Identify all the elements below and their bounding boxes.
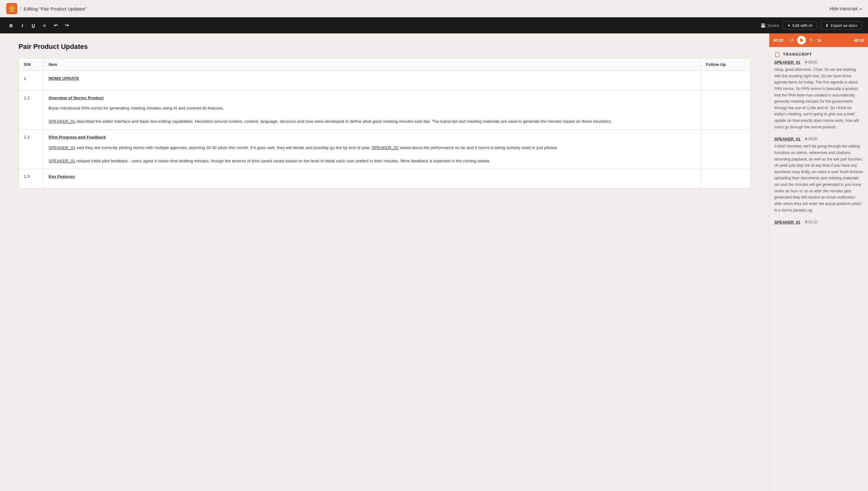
transcript-body[interactable]: SPEAKER_01 00:01 Okay, good afternoon, C… [769,60,868,491]
speaker-link[interactable]: SPEAKER_01 [49,145,75,150]
logo-icon[interactable]: 🍔 [6,3,17,14]
item-title: Overview of Norms Product [49,95,696,102]
cell-item[interactable]: Key Features [44,169,701,188]
timestamp-badge[interactable]: 01:12 [803,220,820,225]
nav-left: 🍔 / Editing "Pair Product Updates" [6,3,87,14]
rewind-button[interactable]: ↺ [789,37,794,43]
table-row: 1.3 Key Features [19,169,751,188]
transcript-segment: SPEAKER_01 00:35 A brief overview, we'll… [774,136,863,213]
player-bar: 00:00 ↺ ↻ 1x 48:32 [769,33,868,47]
timestamp-value: 01:12 [809,220,817,224]
list-button[interactable]: ≡ [39,21,50,30]
edit-with-ai-button[interactable]: ✦ Edit with AI [783,21,817,30]
cell-followup [701,129,751,169]
timestamp-badge[interactable]: 00:01 [803,60,820,65]
speaker-name[interactable]: SPEAKER_01 [774,60,801,65]
editor-area[interactable]: Pair Product Updates S/N Item Follow Up … [0,33,769,491]
item-title: Pilot Progress and Feedback [49,134,696,141]
table-row: 1.1 Overview of Norms Product Bryan intr… [19,90,751,129]
segment-text: A brief overview, we'll be going through… [774,143,863,213]
cell-sn: 1.2 [19,129,44,169]
total-time: 48:32 [854,38,864,43]
underline-button[interactable]: U [28,21,38,30]
timestamp-badge[interactable]: 00:35 [803,136,820,141]
cell-item[interactable]: NOMS UPDATE [44,71,701,90]
timestamp-play-icon [806,61,807,63]
saved-icon: 💾 [761,23,765,28]
segment-header: SPEAKER_01 01:12 [774,220,863,225]
item-title: NOMS UPDATE [49,75,696,82]
item-para-2: SPEAKER_01 relayed initial pilot feedbac… [49,158,696,165]
segment-header: SPEAKER_01 00:35 [774,136,863,141]
transcript-segment: SPEAKER_01 01:12 [774,220,863,225]
transcript-header: 📋 TRANSCRIPT [769,47,868,60]
minutes-table: S/N Item Follow Up 1 NOMS UPDATE 1.1 [19,58,751,188]
timestamp-play-icon [806,221,807,223]
table-row: 1.2 Pilot Progress and Feedback SPEAKER_… [19,129,751,169]
cell-sn: 1 [19,71,44,90]
item-title: Key Features [49,173,696,180]
fast-forward-button[interactable]: ↻ [809,37,814,43]
export-docx-button[interactable]: ⬇ Export as docx [821,21,862,30]
item-para-1: Bryan introduced PAN norms for generatin… [49,105,696,112]
transcript-segment: SPEAKER_01 00:01 Okay, good afternoon, C… [774,60,863,130]
speed-label[interactable]: 1x [817,38,821,43]
cell-item[interactable]: Pilot Progress and Feedback SPEAKER_01 s… [44,129,701,169]
saved-status: 💾 Saved [761,23,779,28]
undo-button[interactable]: ↩ [51,21,61,30]
hide-transcript-button[interactable]: Hide transcript » [830,6,862,11]
transcript-panel: 00:00 ↺ ↻ 1x 48:32 📋 TRANSCRIPT SPEAKER_… [769,33,868,491]
speaker-link[interactable]: SPEAKER_01 [49,158,75,163]
speaker-name[interactable]: SPEAKER_01 [774,137,801,141]
top-nav: 🍔 / Editing "Pair Product Updates" Hide … [0,0,868,17]
transcript-title: TRANSCRIPT [783,52,812,57]
current-time: 00:00 [773,38,786,43]
item-para-1: SPEAKER_01 said they are currently pilot… [49,144,696,151]
bold-button[interactable]: B [6,21,16,30]
play-button[interactable] [797,36,806,45]
export-icon: ⬇ [825,23,829,28]
col-header-followup: Follow Up [701,58,751,71]
speaker-name[interactable]: SPEAKER_01 [774,220,801,225]
doc-title: Editing "Pair Product Updates" [24,6,86,11]
cell-sn: 1.3 [19,169,44,188]
main-layout: Pair Product Updates S/N Item Follow Up … [0,33,868,491]
timestamp-play-icon [806,138,807,140]
cell-item[interactable]: Overview of Norms Product Bryan introduc… [44,90,701,129]
segment-header: SPEAKER_01 00:01 [774,60,863,65]
cell-sn: 1.1 [19,90,44,129]
toolbar: B I U ≡ ↩ ↪ 💾 Saved ✦ Edit with AI ⬇ Exp… [0,17,868,33]
italic-button[interactable]: I [17,21,27,30]
speaker-link[interactable]: SPEAKER_02 [372,145,398,150]
document-title: Pair Product Updates [19,43,751,51]
play-icon [800,38,804,42]
timestamp-value: 00:35 [809,137,817,141]
table-row: 1 NOMS UPDATE [19,71,751,90]
speaker-link[interactable]: SPEAKER_01 [49,119,75,124]
edit-ai-icon: ✦ [787,23,791,28]
item-para-2: SPEAKER_01 described the editor interfac… [49,118,696,125]
col-header-sn: S/N [19,58,44,71]
table-header-row: S/N Item Follow Up [19,58,751,71]
cell-followup [701,169,751,188]
breadcrumb-sep: / [20,6,21,11]
timestamp-value: 00:01 [809,60,817,64]
col-header-item: Item [44,58,701,71]
transcript-icon: 📋 [774,51,780,57]
segment-text: Okay, good afternoon, Chair. So we are s… [774,66,863,130]
cell-followup [701,90,751,129]
cell-followup [701,71,751,90]
redo-button[interactable]: ↪ [62,21,72,30]
